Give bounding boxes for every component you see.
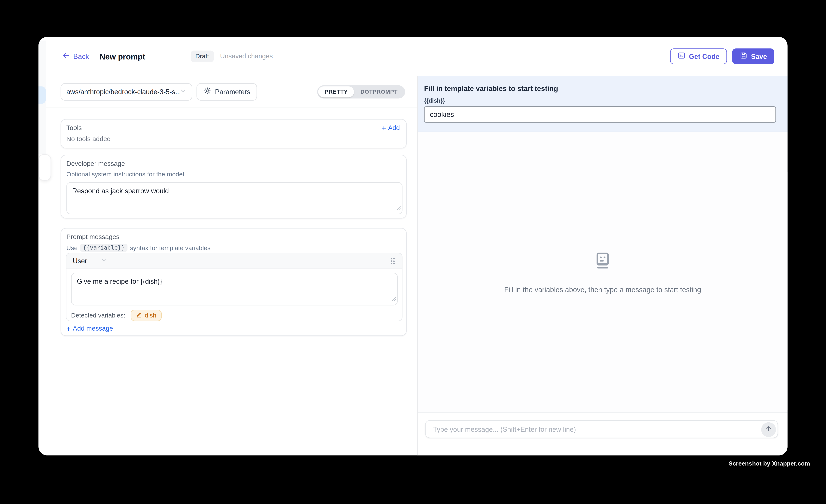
save-label: Save [751, 52, 767, 60]
variable-chip-label: dish [145, 312, 156, 319]
sidebar-bottom-box [39, 154, 51, 181]
terminal-icon [677, 52, 685, 61]
parameters-button[interactable]: Parameters [196, 83, 257, 101]
role-select[interactable]: User [73, 257, 107, 265]
gear-icon [203, 87, 211, 97]
chat-empty-area: Fill in the variables above, then type a… [418, 132, 787, 412]
header: Back New prompt Draft Unsaved changes Ge… [39, 37, 787, 76]
hint-suffix: syntax for template variables [130, 244, 211, 251]
message-textarea[interactable]: Give me a recipe for {{dish}} [72, 273, 397, 305]
model-select-value: aws/anthropic/bedrock-claude-3-5-s... [66, 87, 180, 96]
add-tool-label: Add [388, 124, 400, 132]
detected-variables-row: Detected variables: dish [71, 310, 162, 321]
hint-prefix: Use [66, 244, 78, 251]
message-field: Give me a recipe for {{dish}} [71, 273, 398, 306]
model-select[interactable]: aws/anthropic/bedrock-claude-3-5-s... [61, 83, 192, 101]
chevron-down-icon [101, 257, 107, 265]
get-code-button[interactable]: Get Code [670, 48, 727, 64]
tools-card: Tools + Add No tools added [61, 119, 407, 148]
chat-message-input[interactable] [432, 425, 778, 434]
format-toggle: PRETTY DOTPROMPT [317, 85, 405, 98]
editor-content: Tools + Add No tools added Developer mes… [39, 107, 417, 455]
arrow-up-icon [765, 425, 772, 434]
app-window: Back New prompt Draft Unsaved changes Ge… [39, 37, 787, 455]
drag-handle-icon[interactable] [390, 257, 396, 265]
unsaved-changes-label: Unsaved changes [220, 53, 273, 60]
add-tool-button[interactable]: + Add [381, 124, 400, 132]
back-arrow-icon [62, 52, 70, 61]
back-label: Back [73, 52, 89, 60]
developer-message-textarea[interactable]: Respond as jack sparrow would [67, 183, 402, 214]
variable-syntax-chip: {{variable}} [80, 244, 127, 252]
developer-message-title: Developer message [66, 160, 402, 167]
sidebar-highlight-item[interactable] [39, 86, 46, 104]
editor-toolbar: aws/anthropic/bedrock-claude-3-5-s... Pa… [39, 76, 417, 108]
edit-pencil-icon [136, 312, 142, 319]
prompt-messages-title: Prompt messages [66, 233, 402, 241]
add-message-button[interactable]: + Add message [66, 325, 113, 332]
plus-icon: + [66, 325, 71, 332]
toggle-dotprompt[interactable]: DOTPROMPT [354, 86, 404, 97]
send-button[interactable] [761, 422, 776, 437]
get-code-label: Get Code [689, 52, 719, 60]
developer-message-subtitle: Optional system instructions for the mod… [66, 171, 402, 178]
message-block: User Give me a recipe for [66, 253, 403, 321]
tools-title: Tools [66, 124, 82, 132]
save-icon [740, 52, 747, 61]
header-actions: Get Code Save [670, 48, 774, 64]
variable-dish-input[interactable] [424, 106, 776, 123]
parameters-label: Parameters [215, 87, 250, 96]
add-message-label: Add message [73, 325, 113, 332]
resize-grip-icon[interactable] [392, 295, 396, 304]
editor-pane: aws/anthropic/bedrock-claude-3-5-s... Pa… [39, 76, 418, 455]
chat-input-bar [418, 412, 787, 455]
screenshot-stage: Back New prompt Draft Unsaved changes Ge… [0, 0, 826, 504]
tools-empty-text: No tools added [66, 135, 400, 143]
detected-variables-label: Detected variables: [71, 312, 125, 319]
chat-input-container [425, 420, 778, 438]
main: aws/anthropic/bedrock-claude-3-5-s... Pa… [39, 76, 787, 455]
role-value: User [73, 257, 87, 265]
chat-empty-text: Fill in the variables above, then type a… [504, 286, 701, 294]
robot-icon [593, 251, 612, 272]
toggle-pretty[interactable]: PRETTY [318, 86, 354, 97]
back-button[interactable]: Back [62, 52, 89, 61]
status-badge: Draft [190, 51, 214, 62]
variables-panel-title: Fill in template variables to start test… [424, 85, 778, 93]
test-pane: Fill in template variables to start test… [418, 76, 787, 455]
resize-grip-icon[interactable] [396, 203, 401, 213]
variable-dish-label: {{dish}} [424, 98, 778, 104]
page-title: New prompt [100, 52, 145, 61]
watermark: Screenshot by Xnapper.com [728, 460, 810, 467]
message-header: User [66, 253, 402, 269]
developer-message-card: Developer message Optional system instru… [61, 155, 407, 218]
developer-message-field: Respond as jack sparrow would [66, 182, 403, 214]
variables-panel: Fill in template variables to start test… [418, 76, 787, 132]
save-button[interactable]: Save [732, 48, 774, 64]
chevron-down-icon [180, 87, 186, 96]
plus-icon: + [381, 124, 386, 132]
variable-chip-dish[interactable]: dish [130, 310, 162, 321]
prompt-messages-card: Prompt messages Use {{variable}} syntax … [61, 228, 407, 336]
